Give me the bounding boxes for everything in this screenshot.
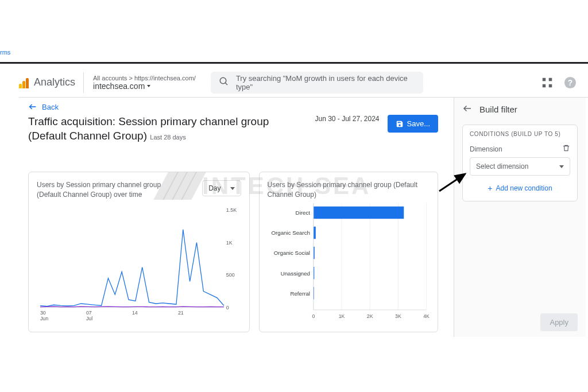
svg-text:14: 14: [132, 310, 138, 316]
bar-chart: 01K2K3K4KDirectOrganic SearchOrganic Soc…: [268, 201, 430, 321]
svg-text:30: 30: [40, 310, 46, 316]
svg-text:4K: 4K: [423, 313, 430, 319]
svg-rect-5: [549, 84, 552, 87]
analytics-logo-icon: [19, 77, 30, 88]
date-range-picker[interactable]: Jun 30 - Jul 27, 2024: [311, 115, 382, 124]
svg-text:1K: 1K: [226, 240, 233, 246]
svg-text:0: 0: [226, 305, 229, 311]
svg-rect-3: [549, 77, 552, 81]
svg-rect-4: [543, 84, 546, 87]
report-main: Back Traffic acquisition: Session primar…: [19, 98, 444, 332]
help-icon[interactable]: ?: [564, 76, 577, 89]
apply-button[interactable]: Apply: [540, 313, 578, 331]
property-name: intechsea.com: [93, 81, 145, 91]
line-chart-card: Users by Session primary channel group (…: [28, 172, 250, 332]
dimension-label: Dimension: [470, 145, 502, 153]
last-n-days: Last 28 days: [150, 134, 185, 141]
page-title: Traffic acquisition: Session primary cha…: [28, 115, 307, 143]
svg-text:Direct: Direct: [295, 210, 310, 216]
svg-text:1.5K: 1.5K: [226, 208, 237, 213]
svg-rect-31: [313, 207, 403, 219]
svg-text:3K: 3K: [395, 313, 401, 319]
svg-text:1K: 1K: [338, 313, 345, 319]
apps-icon[interactable]: [541, 76, 554, 89]
filter-back-icon[interactable]: [462, 103, 473, 115]
top-separator: [0, 62, 588, 64]
search-placeholder: Try searching "MoM growth in users for e…: [236, 74, 415, 91]
svg-text:Organic Social: Organic Social: [273, 250, 310, 257]
add-condition-button[interactable]: + Add new condition: [470, 176, 570, 195]
dimension-select[interactable]: Select dimension: [470, 157, 570, 176]
svg-text:Referral: Referral: [290, 290, 310, 297]
svg-text:07: 07: [86, 310, 92, 316]
svg-text:Unassigned: Unassigned: [280, 270, 310, 277]
save-label: Save...: [407, 119, 430, 128]
delete-icon[interactable]: [562, 144, 570, 154]
svg-rect-2: [543, 77, 546, 81]
search-input[interactable]: Try searching "MoM growth in users for e…: [211, 72, 423, 94]
save-button[interactable]: Save...: [388, 115, 438, 133]
svg-text:500: 500: [226, 273, 235, 278]
bar-chart-title: Users by Session primary channel group (…: [268, 180, 430, 200]
product-logo[interactable]: Analytics: [19, 76, 83, 88]
arrow-annotation: [436, 171, 471, 194]
chevron-down-icon: [147, 85, 150, 87]
filter-title: Build filter: [479, 104, 517, 114]
conditions-heading: CONDITIONS (BUILD UP TO 5): [470, 131, 570, 137]
conditions-card: CONDITIONS (BUILD UP TO 5) Dimension Sel…: [462, 125, 578, 201]
product-name: Analytics: [34, 76, 75, 88]
back-button[interactable]: Back: [28, 102, 438, 111]
svg-text:2K: 2K: [366, 313, 373, 319]
svg-line-43: [439, 174, 465, 191]
svg-rect-33: [313, 227, 315, 239]
chevron-down-icon: [230, 187, 235, 190]
svg-text:0: 0: [312, 313, 315, 319]
search-icon: [219, 76, 229, 88]
filter-panel: Build filter CONDITIONS (BUILD UP TO 5) …: [454, 98, 586, 337]
svg-point-0: [220, 77, 226, 84]
line-chart: 05001K1.5K30Jun07Jul1421: [37, 208, 241, 321]
svg-line-1: [225, 83, 227, 85]
line-chart-title: Users by Session primary channel group (…: [37, 180, 180, 200]
svg-text:Jul: Jul: [86, 316, 92, 321]
svg-text:Jun: Jun: [40, 316, 48, 321]
back-label: Back: [42, 103, 59, 111]
chevron-down-icon: [559, 165, 564, 168]
bar-chart-card: Users by Session primary channel group (…: [259, 172, 438, 332]
breadcrumb: All accounts > https://intechsea.com/: [93, 75, 196, 81]
granularity-dropdown[interactable]: Day: [202, 180, 241, 196]
svg-text:Organic Search: Organic Search: [271, 230, 310, 236]
topbar: Analytics All accounts > https://intechs…: [19, 68, 588, 98]
cut-text: rms: [0, 49, 10, 56]
svg-text:21: 21: [178, 310, 184, 316]
property-picker[interactable]: All accounts > https://intechsea.com/ in…: [83, 72, 205, 93]
svg-text:?: ?: [568, 78, 572, 87]
